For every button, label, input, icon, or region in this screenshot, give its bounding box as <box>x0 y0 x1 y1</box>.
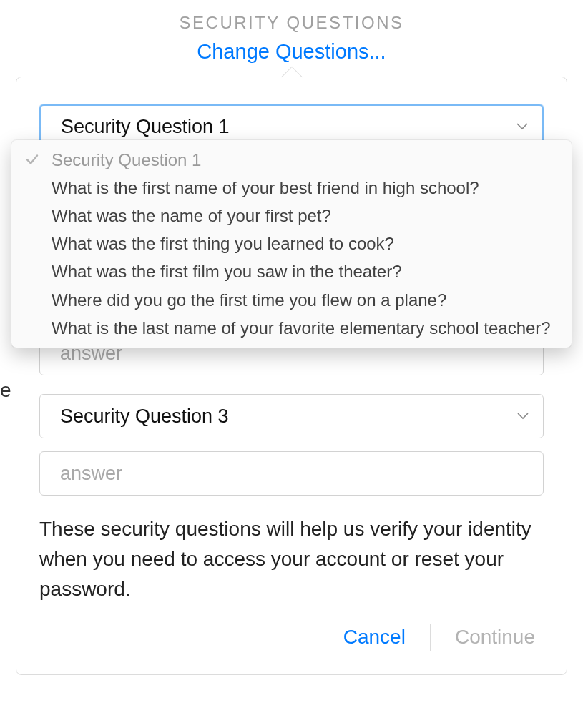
button-row: Cancel Continue <box>39 621 544 653</box>
dropdown-option[interactable]: Where did you go the first time you flew… <box>11 286 572 314</box>
dropdown-option-label: Security Question 1 <box>52 150 201 169</box>
security-question-3-label: Security Question 3 <box>60 405 229 428</box>
security-question-1-dropdown[interactable]: Security Question 1 What is the first na… <box>11 140 572 348</box>
security-questions-dialog: SECURITY QUESTIONS Change Questions... e… <box>0 0 583 728</box>
dropdown-option-label: What was the first thing you learned to … <box>52 234 394 253</box>
button-divider <box>430 624 431 651</box>
security-question-3-select[interactable]: Security Question 3 <box>39 394 544 438</box>
background-text-fragment: e <box>0 379 13 402</box>
dropdown-option[interactable]: What is the last name of your favorite e… <box>11 314 572 342</box>
dropdown-option[interactable]: What was the first film you saw in the t… <box>11 257 572 285</box>
dropdown-option-label: What is the last name of your favorite e… <box>52 318 551 338</box>
dropdown-option-label: What was the first film you saw in the t… <box>52 262 402 281</box>
security-question-1-label: Security Question 1 <box>61 116 230 138</box>
change-questions-link[interactable]: Change Questions... <box>0 40 583 64</box>
security-answer-3-input[interactable] <box>39 451 544 496</box>
dropdown-option[interactable]: What was the name of your first pet? <box>11 202 572 230</box>
continue-button[interactable]: Continue <box>446 621 544 653</box>
dropdown-option-label: Where did you go the first time you flew… <box>52 290 446 310</box>
chevron-down-icon <box>516 123 528 130</box>
cancel-button[interactable]: Cancel <box>335 621 414 653</box>
chevron-down-icon <box>517 413 529 420</box>
dropdown-option-selected[interactable]: Security Question 1 <box>11 146 572 174</box>
section-title: SECURITY QUESTIONS <box>0 13 583 33</box>
dropdown-option-label: What is the first name of your best frie… <box>52 178 479 197</box>
dropdown-option-label: What was the name of your first pet? <box>52 206 331 225</box>
panel-pointer-icon <box>281 67 303 88</box>
help-text: These security questions will help us ve… <box>39 514 544 604</box>
checkmark-icon <box>26 148 39 172</box>
dropdown-option[interactable]: What was the first thing you learned to … <box>11 230 572 257</box>
dropdown-option[interactable]: What is the first name of your best frie… <box>11 174 572 202</box>
